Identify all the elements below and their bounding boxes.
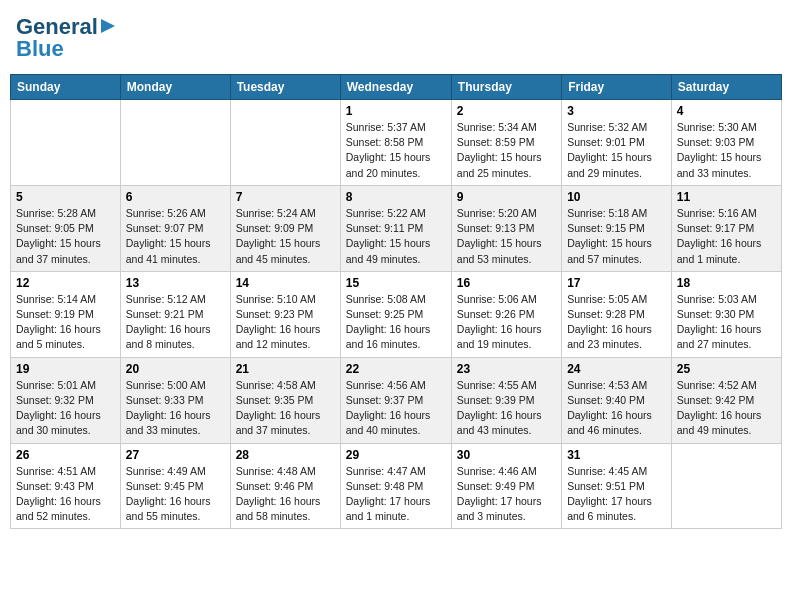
day-info: Sunrise: 5:01 AM Sunset: 9:32 PM Dayligh… [16,378,115,439]
day-info: Sunrise: 5:18 AM Sunset: 9:15 PM Dayligh… [567,206,666,267]
day-number: 27 [126,448,225,462]
day-number: 26 [16,448,115,462]
calendar-cell: 20Sunrise: 5:00 AM Sunset: 9:33 PM Dayli… [120,357,230,443]
calendar-cell: 11Sunrise: 5:16 AM Sunset: 9:17 PM Dayli… [671,185,781,271]
day-info: Sunrise: 5:30 AM Sunset: 9:03 PM Dayligh… [677,120,776,181]
day-number: 16 [457,276,556,290]
day-number: 12 [16,276,115,290]
day-info: Sunrise: 4:56 AM Sunset: 9:37 PM Dayligh… [346,378,446,439]
calendar-cell [230,100,340,186]
day-number: 1 [346,104,446,118]
day-info: Sunrise: 5:12 AM Sunset: 9:21 PM Dayligh… [126,292,225,353]
calendar-cell: 21Sunrise: 4:58 AM Sunset: 9:35 PM Dayli… [230,357,340,443]
day-number: 21 [236,362,335,376]
calendar-cell: 27Sunrise: 4:49 AM Sunset: 9:45 PM Dayli… [120,443,230,529]
day-number: 13 [126,276,225,290]
svg-marker-0 [101,19,115,33]
calendar-cell: 24Sunrise: 4:53 AM Sunset: 9:40 PM Dayli… [562,357,672,443]
calendar-cell: 28Sunrise: 4:48 AM Sunset: 9:46 PM Dayli… [230,443,340,529]
calendar-cell: 30Sunrise: 4:46 AM Sunset: 9:49 PM Dayli… [451,443,561,529]
calendar-cell: 26Sunrise: 4:51 AM Sunset: 9:43 PM Dayli… [11,443,121,529]
day-info: Sunrise: 5:06 AM Sunset: 9:26 PM Dayligh… [457,292,556,353]
day-info: Sunrise: 5:05 AM Sunset: 9:28 PM Dayligh… [567,292,666,353]
day-number: 25 [677,362,776,376]
logo-blue: Blue [16,36,64,62]
logo-icon [99,17,117,35]
day-number: 11 [677,190,776,204]
day-number: 18 [677,276,776,290]
calendar-cell: 18Sunrise: 5:03 AM Sunset: 9:30 PM Dayli… [671,271,781,357]
day-info: Sunrise: 5:26 AM Sunset: 9:07 PM Dayligh… [126,206,225,267]
day-number: 6 [126,190,225,204]
calendar-cell: 9Sunrise: 5:20 AM Sunset: 9:13 PM Daylig… [451,185,561,271]
day-info: Sunrise: 4:48 AM Sunset: 9:46 PM Dayligh… [236,464,335,525]
logo: General Blue [16,14,117,62]
day-info: Sunrise: 5:20 AM Sunset: 9:13 PM Dayligh… [457,206,556,267]
day-info: Sunrise: 5:16 AM Sunset: 9:17 PM Dayligh… [677,206,776,267]
calendar-cell: 4Sunrise: 5:30 AM Sunset: 9:03 PM Daylig… [671,100,781,186]
calendar-cell: 29Sunrise: 4:47 AM Sunset: 9:48 PM Dayli… [340,443,451,529]
calendar-cell: 3Sunrise: 5:32 AM Sunset: 9:01 PM Daylig… [562,100,672,186]
calendar-cell: 22Sunrise: 4:56 AM Sunset: 9:37 PM Dayli… [340,357,451,443]
day-info: Sunrise: 5:03 AM Sunset: 9:30 PM Dayligh… [677,292,776,353]
calendar-week-row: 26Sunrise: 4:51 AM Sunset: 9:43 PM Dayli… [11,443,782,529]
day-number: 5 [16,190,115,204]
day-number: 17 [567,276,666,290]
calendar-cell: 14Sunrise: 5:10 AM Sunset: 9:23 PM Dayli… [230,271,340,357]
day-info: Sunrise: 4:47 AM Sunset: 9:48 PM Dayligh… [346,464,446,525]
page-header: General Blue [10,10,782,66]
calendar-cell: 25Sunrise: 4:52 AM Sunset: 9:42 PM Dayli… [671,357,781,443]
day-of-week-header: Monday [120,75,230,100]
day-number: 31 [567,448,666,462]
calendar-cell: 31Sunrise: 4:45 AM Sunset: 9:51 PM Dayli… [562,443,672,529]
day-info: Sunrise: 5:22 AM Sunset: 9:11 PM Dayligh… [346,206,446,267]
day-number: 19 [16,362,115,376]
day-number: 10 [567,190,666,204]
day-info: Sunrise: 5:00 AM Sunset: 9:33 PM Dayligh… [126,378,225,439]
calendar-week-row: 19Sunrise: 5:01 AM Sunset: 9:32 PM Dayli… [11,357,782,443]
calendar-cell: 6Sunrise: 5:26 AM Sunset: 9:07 PM Daylig… [120,185,230,271]
day-number: 28 [236,448,335,462]
day-info: Sunrise: 5:08 AM Sunset: 9:25 PM Dayligh… [346,292,446,353]
day-number: 15 [346,276,446,290]
day-info: Sunrise: 4:45 AM Sunset: 9:51 PM Dayligh… [567,464,666,525]
day-info: Sunrise: 5:28 AM Sunset: 9:05 PM Dayligh… [16,206,115,267]
day-number: 4 [677,104,776,118]
day-of-week-header: Tuesday [230,75,340,100]
calendar-cell: 23Sunrise: 4:55 AM Sunset: 9:39 PM Dayli… [451,357,561,443]
calendar-cell: 10Sunrise: 5:18 AM Sunset: 9:15 PM Dayli… [562,185,672,271]
day-number: 7 [236,190,335,204]
calendar-week-row: 12Sunrise: 5:14 AM Sunset: 9:19 PM Dayli… [11,271,782,357]
day-info: Sunrise: 5:24 AM Sunset: 9:09 PM Dayligh… [236,206,335,267]
day-info: Sunrise: 4:55 AM Sunset: 9:39 PM Dayligh… [457,378,556,439]
day-number: 22 [346,362,446,376]
calendar-cell: 8Sunrise: 5:22 AM Sunset: 9:11 PM Daylig… [340,185,451,271]
calendar-cell: 13Sunrise: 5:12 AM Sunset: 9:21 PM Dayli… [120,271,230,357]
day-number: 9 [457,190,556,204]
calendar-cell: 17Sunrise: 5:05 AM Sunset: 9:28 PM Dayli… [562,271,672,357]
calendar-cell: 12Sunrise: 5:14 AM Sunset: 9:19 PM Dayli… [11,271,121,357]
calendar-cell [11,100,121,186]
day-number: 30 [457,448,556,462]
day-info: Sunrise: 4:52 AM Sunset: 9:42 PM Dayligh… [677,378,776,439]
day-info: Sunrise: 4:51 AM Sunset: 9:43 PM Dayligh… [16,464,115,525]
day-info: Sunrise: 5:37 AM Sunset: 8:58 PM Dayligh… [346,120,446,181]
calendar-week-row: 5Sunrise: 5:28 AM Sunset: 9:05 PM Daylig… [11,185,782,271]
day-number: 20 [126,362,225,376]
day-info: Sunrise: 5:32 AM Sunset: 9:01 PM Dayligh… [567,120,666,181]
calendar-week-row: 1Sunrise: 5:37 AM Sunset: 8:58 PM Daylig… [11,100,782,186]
day-number: 23 [457,362,556,376]
day-of-week-header: Saturday [671,75,781,100]
day-number: 3 [567,104,666,118]
day-number: 2 [457,104,556,118]
day-info: Sunrise: 4:46 AM Sunset: 9:49 PM Dayligh… [457,464,556,525]
calendar-cell: 15Sunrise: 5:08 AM Sunset: 9:25 PM Dayli… [340,271,451,357]
day-of-week-header: Sunday [11,75,121,100]
calendar-cell: 2Sunrise: 5:34 AM Sunset: 8:59 PM Daylig… [451,100,561,186]
day-of-week-header: Wednesday [340,75,451,100]
day-number: 29 [346,448,446,462]
calendar-cell: 19Sunrise: 5:01 AM Sunset: 9:32 PM Dayli… [11,357,121,443]
day-info: Sunrise: 5:10 AM Sunset: 9:23 PM Dayligh… [236,292,335,353]
day-info: Sunrise: 5:14 AM Sunset: 9:19 PM Dayligh… [16,292,115,353]
calendar-cell: 5Sunrise: 5:28 AM Sunset: 9:05 PM Daylig… [11,185,121,271]
